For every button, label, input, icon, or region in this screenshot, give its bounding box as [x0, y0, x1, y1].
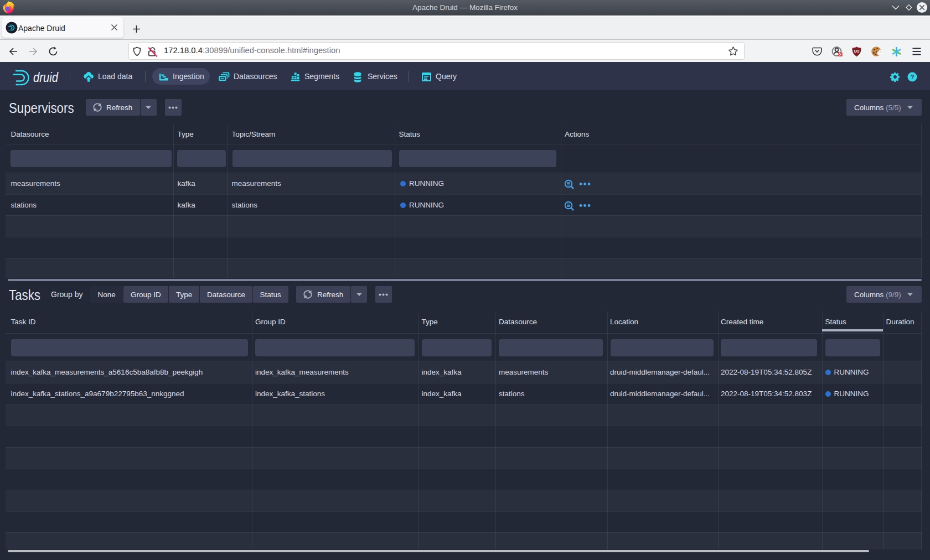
svg-text:?: ? — [911, 74, 914, 80]
svg-text:UO: UO — [854, 49, 860, 53]
